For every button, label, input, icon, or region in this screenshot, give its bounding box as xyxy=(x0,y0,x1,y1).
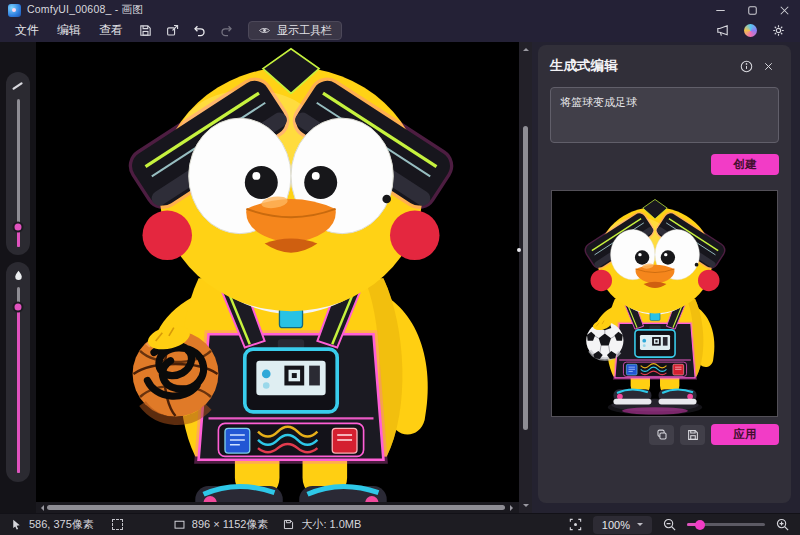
copilot-icon[interactable] xyxy=(744,24,757,37)
create-button[interactable]: 创建 xyxy=(711,154,779,175)
window-title: ComfyUI_00608_ - 画图 xyxy=(27,3,143,17)
window-controls xyxy=(704,0,800,20)
copy-icon xyxy=(655,428,669,442)
apply-button[interactable]: 应用 xyxy=(711,424,779,445)
undo-icon xyxy=(192,23,207,38)
panel-header: 生成式编辑 xyxy=(550,54,779,78)
create-row: 创建 xyxy=(550,154,779,175)
canvas-size: 896 × 1152像素 xyxy=(192,517,269,532)
share-icon xyxy=(165,23,180,38)
preview-image xyxy=(551,190,778,417)
zoom-controls: 100% xyxy=(568,516,790,534)
opacity-slider-handle[interactable] xyxy=(13,302,24,313)
preview-actions: 应用 xyxy=(550,424,779,445)
zoom-in-button[interactable] xyxy=(775,517,790,532)
brush-size-icon xyxy=(11,79,25,93)
feedback-button[interactable] xyxy=(709,20,736,40)
save-image-icon xyxy=(686,428,700,442)
share-button[interactable] xyxy=(159,20,186,40)
zoom-slider-handle[interactable] xyxy=(695,520,705,530)
prompt-input[interactable]: 将篮球变成足球 xyxy=(550,87,779,143)
scroll-down-arrow[interactable] xyxy=(523,504,529,510)
cursor-position-group: 586, 375像素 xyxy=(10,517,94,532)
copy-result-button[interactable] xyxy=(649,425,674,445)
close-icon xyxy=(762,60,775,73)
zoom-level-value: 100% xyxy=(602,519,630,531)
menu-file[interactable]: 文件 xyxy=(6,20,48,41)
main-area: 生成式编辑 将篮球变成足球 创建 xyxy=(0,42,800,513)
undo-button[interactable] xyxy=(186,20,213,40)
info-icon xyxy=(739,59,754,74)
zoom-in-icon xyxy=(775,517,790,532)
menubar: 文件 编辑 查看 显示工具栏 xyxy=(0,20,800,42)
gear-icon xyxy=(771,23,786,38)
chevron-down-icon xyxy=(637,523,643,529)
fit-to-screen-button[interactable] xyxy=(568,517,583,532)
brush-size-slider-group xyxy=(6,72,30,255)
redo-icon xyxy=(219,23,234,38)
info-button[interactable] xyxy=(735,55,757,77)
zoom-level-dropdown[interactable]: 100% xyxy=(593,516,652,534)
panel-divider-handle[interactable] xyxy=(517,248,521,252)
brush-size-slider[interactable] xyxy=(17,99,20,247)
vertical-scrollbar[interactable] xyxy=(519,42,532,513)
vertical-scroll-thumb[interactable] xyxy=(523,126,528,430)
save-icon xyxy=(138,23,153,38)
panel-title: 生成式编辑 xyxy=(550,57,618,75)
maximize-button[interactable] xyxy=(736,0,768,20)
titlebar: ComfyUI_00608_ - 画图 xyxy=(0,0,800,20)
cursor-position: 586, 375像素 xyxy=(29,517,94,532)
menu-view[interactable]: 查看 xyxy=(90,20,132,41)
generative-edit-panel: 生成式编辑 将篮球变成足球 创建 xyxy=(532,42,800,513)
zoom-out-icon xyxy=(662,517,677,532)
canvas-size-icon xyxy=(173,518,186,531)
opacity-slider[interactable] xyxy=(17,287,20,473)
show-toolbar-label: 显示工具栏 xyxy=(277,23,332,38)
save-result-button[interactable] xyxy=(680,425,705,445)
save-button[interactable] xyxy=(132,20,159,40)
fit-screen-icon xyxy=(568,517,583,532)
menubar-right xyxy=(709,20,792,40)
file-size-icon xyxy=(282,518,295,531)
paint-app-window: ComfyUI_00608_ - 画图 文件 编辑 查看 xyxy=(0,0,800,535)
canvas-column xyxy=(36,42,519,513)
opacity-droplet-icon xyxy=(12,269,25,282)
cursor-icon xyxy=(10,518,23,531)
show-toolbar-toggle[interactable]: 显示工具栏 xyxy=(248,21,342,40)
megaphone-icon xyxy=(715,23,730,38)
file-size: 大小: 1.0MB xyxy=(301,517,361,532)
paint-app-icon xyxy=(8,4,21,17)
brush-size-slider-handle[interactable] xyxy=(13,222,24,233)
canvas-size-group: 896 × 1152像素 xyxy=(173,517,269,532)
generative-edit-card: 生成式编辑 将篮球变成足球 创建 xyxy=(538,45,791,503)
tool-rail xyxy=(0,42,36,513)
file-size-group: 大小: 1.0MB xyxy=(282,517,361,532)
selection-size-icon xyxy=(112,519,123,530)
horizontal-scrollbar[interactable] xyxy=(36,502,519,513)
zoom-out-button[interactable] xyxy=(662,517,677,532)
canvas-image[interactable] xyxy=(36,42,519,502)
menu-edit[interactable]: 编辑 xyxy=(48,20,90,41)
close-button[interactable] xyxy=(768,0,800,20)
opacity-slider-group xyxy=(6,262,30,482)
redo-button[interactable] xyxy=(213,20,240,40)
horizontal-scroll-thumb[interactable] xyxy=(47,505,505,510)
statusbar: 586, 375像素 896 × 1152像素 大小: 1.0MB 100% xyxy=(0,513,800,535)
panel-close-button[interactable] xyxy=(757,55,779,77)
scroll-up-arrow[interactable] xyxy=(523,45,529,51)
settings-button[interactable] xyxy=(765,20,792,40)
scroll-left-arrow[interactable] xyxy=(38,505,44,511)
minimize-button[interactable] xyxy=(704,0,736,20)
eye-icon xyxy=(258,24,271,37)
scroll-right-arrow[interactable] xyxy=(510,505,516,511)
zoom-slider[interactable] xyxy=(687,523,765,526)
opacity-slider-fill xyxy=(17,307,20,473)
